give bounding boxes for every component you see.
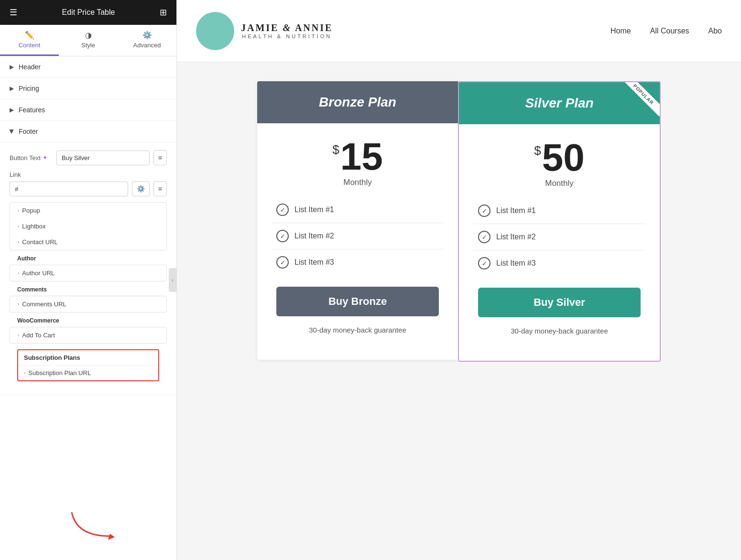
chevron-right-icon: › (18, 239, 19, 245)
section-pricing-label: Pricing (19, 85, 39, 92)
subscription-section: Subscription Plans › Subscription Plan U… (17, 349, 159, 381)
dropdown-popup[interactable]: › Popup (10, 203, 166, 218)
bronze-card-header: Bronze Plan (257, 81, 458, 123)
silver-guarantee: 30-day money-back guarantee (469, 327, 650, 346)
button-text-label: Button Text ✦ (10, 154, 53, 162)
bronze-price-amount: $ 15 (267, 138, 448, 176)
comments-dropdown: › Comments URL (10, 296, 167, 312)
left-panel: ☰ Edit Price Table ⊞ ✏️ Content ◑ Style … (0, 0, 177, 560)
silver-price-number: 50 (542, 139, 585, 177)
pricing-area: Bronze Plan $ 15 Monthly ✓ List Item #1 … (177, 62, 741, 560)
link-type-dropdown: › Popup › Lightbox › Contact URL (10, 202, 167, 250)
woocommerce-dropdown: › Add To Cart (10, 327, 167, 344)
section-pricing-row[interactable]: ▶ Pricing (0, 78, 176, 99)
button-text-row: Button Text ✦ ≡ (10, 150, 167, 165)
check-icon: ✓ (276, 256, 289, 269)
check-icon: ✓ (478, 231, 490, 243)
chevron-right-icon: › (24, 370, 25, 376)
logo-circle (196, 12, 234, 50)
woocommerce-section-header: WooCommerce (10, 312, 167, 327)
dropdown-author-url[interactable]: › Author URL (10, 265, 166, 281)
link-options[interactable]: ≡ (153, 181, 167, 196)
gear-icon: ⚙️ (142, 31, 152, 40)
nav-abo[interactable]: Abo (708, 27, 722, 35)
list-item: ✓ List Item #2 (473, 224, 645, 250)
chevron-right-icon: ▶ (10, 64, 14, 70)
top-bar: ☰ Edit Price Table ⊞ (0, 0, 176, 25)
pencil-icon: ✏️ (25, 31, 34, 40)
buy-bronze-button[interactable]: Buy Bronze (276, 287, 439, 316)
footer-expanded-content: Button Text ✦ ≡ Link ⚙️ ≡ › Popup (0, 142, 176, 395)
list-item: ✓ List Item #3 (272, 249, 444, 275)
logo-area: JAMIE & ANNIE HEALTH & NUTRITION (196, 12, 333, 50)
tab-style[interactable]: ◑ Style (59, 25, 118, 56)
chevron-right-icon: › (18, 333, 19, 338)
chevron-right-icon: › (18, 224, 19, 229)
dropdown-subscription-plan-url[interactable]: › Subscription Plan URL (18, 366, 158, 380)
dropdown-add-to-cart[interactable]: › Add To Cart (10, 327, 166, 343)
section-features-label: Features (19, 106, 45, 114)
collapse-panel-handle[interactable]: ‹ (169, 268, 176, 292)
bronze-price-number: 15 (340, 138, 383, 176)
section-footer-row[interactable]: ▶ Footer (0, 121, 176, 142)
silver-features-list: ✓ List Item #1 ✓ List Item #2 ✓ List Ite… (469, 198, 650, 276)
bronze-currency: $ (332, 142, 339, 157)
list-item: ✓ List Item #3 (473, 250, 645, 276)
silver-period: Monthly (469, 179, 650, 188)
grid-icon[interactable]: ⊞ (160, 7, 167, 18)
check-icon: ✓ (276, 230, 289, 242)
section-features-row[interactable]: ▶ Features (0, 99, 176, 121)
button-text-input[interactable] (56, 151, 150, 165)
logo-main-text: JAMIE & ANNIE (241, 22, 333, 33)
section-header-row[interactable]: ▶ Header (0, 56, 176, 78)
silver-currency: $ (534, 143, 541, 158)
comments-section-header: Comments (10, 281, 167, 296)
link-row: ⚙️ ≡ (10, 181, 167, 196)
silver-plan-title: Silver Plan (525, 96, 593, 110)
nav-all-courses[interactable]: All Courses (650, 27, 689, 35)
site-header: JAMIE & ANNIE HEALTH & NUTRITION Home Al… (177, 0, 741, 62)
link-input[interactable] (10, 182, 128, 196)
nav-home[interactable]: Home (610, 27, 631, 35)
chevron-right-icon: ▶ (10, 107, 14, 113)
list-item: ✓ List Item #1 (473, 198, 645, 224)
tab-advanced[interactable]: ⚙️ Advanced (118, 25, 176, 56)
bronze-features-list: ✓ List Item #1 ✓ List Item #2 ✓ List Ite… (267, 197, 448, 275)
dropdown-comments-url[interactable]: › Comments URL (10, 296, 166, 312)
bronze-period: Monthly (267, 178, 448, 187)
chevron-right-icon: › (18, 302, 19, 307)
button-text-options[interactable]: ≡ (153, 150, 167, 165)
silver-card-body: $ 50 Monthly ✓ List Item #1 ✓ List Item … (459, 124, 660, 361)
subscription-section-header: Subscription Plans (18, 350, 158, 366)
panel-title: Edit Price Table (62, 8, 115, 17)
author-dropdown: › Author URL (10, 265, 167, 281)
chevron-right-icon: ▶ (10, 85, 14, 92)
tab-style-label: Style (81, 42, 95, 49)
link-gear-icon[interactable]: ⚙️ (132, 181, 150, 196)
popular-badge: POPULAR (621, 82, 660, 117)
chevron-right-icon: › (18, 270, 19, 276)
logo-text: JAMIE & ANNIE HEALTH & NUTRITION (241, 22, 333, 39)
logo-sub-text: HEALTH & NUTRITION (241, 33, 333, 39)
tab-bar: ✏️ Content ◑ Style ⚙️ Advanced (0, 25, 176, 56)
check-icon: ✓ (478, 205, 490, 217)
hamburger-icon[interactable]: ☰ (10, 7, 17, 18)
buy-silver-button[interactable]: Buy Silver (478, 288, 641, 317)
right-panel: JAMIE & ANNIE HEALTH & NUTRITION Home Al… (177, 0, 741, 560)
bronze-plan-title: Bronze Plan (319, 95, 396, 109)
author-section-header: Author (10, 250, 167, 265)
silver-card-wrapper: POPULAR Silver Plan $ 50 Monthly ✓ List (458, 81, 661, 362)
tab-content[interactable]: ✏️ Content (0, 25, 59, 56)
dynamic-icon: ✦ (43, 154, 47, 161)
check-icon: ✓ (276, 204, 289, 216)
list-item: ✓ List Item #2 (272, 223, 444, 249)
chevron-down-icon: ▶ (9, 129, 15, 134)
dropdown-contact-url[interactable]: › Contact URL (10, 234, 166, 250)
site-nav: Home All Courses Abo (610, 27, 722, 35)
check-icon: ✓ (478, 257, 490, 269)
link-label: Link (10, 171, 167, 178)
popular-ribbon: POPULAR (617, 82, 660, 125)
silver-price-amount: $ 50 (469, 139, 650, 177)
dropdown-lightbox[interactable]: › Lightbox (10, 218, 166, 234)
bronze-guarantee: 30-day money-back guarantee (267, 326, 448, 345)
